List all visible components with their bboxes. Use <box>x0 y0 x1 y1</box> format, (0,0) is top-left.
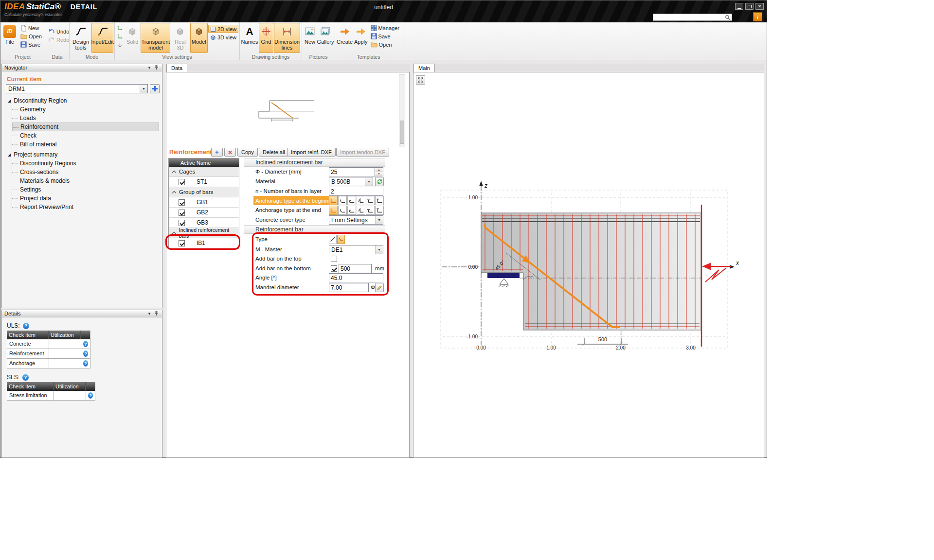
stress-limitation-help-icon[interactable] <box>88 392 93 399</box>
template-create-button[interactable]: Create <box>336 23 353 53</box>
diameter-spinner[interactable]: ▲▼ <box>375 167 383 176</box>
list-group-inclined-bars[interactable]: Inclined reinforcement bars <box>169 228 239 238</box>
anchorage-begin-type-2-button[interactable] <box>338 196 347 205</box>
tab-data[interactable]: Data <box>166 64 187 72</box>
search-icon[interactable] <box>725 15 731 20</box>
anchorage-end-type-2-button[interactable] <box>338 206 347 215</box>
add-bar-top-checkbox[interactable] <box>331 256 337 262</box>
template-save-button[interactable]: Save <box>369 32 401 40</box>
gallery-button[interactable]: Gallery <box>317 23 334 53</box>
preview-scrollbar-thumb[interactable] <box>400 121 404 144</box>
import-tendon-dxf-button[interactable]: Import tendon DXF <box>336 148 389 157</box>
copy-button[interactable]: Copy <box>237 148 258 157</box>
tree-item-cross-sections[interactable]: Cross-sections <box>12 168 159 176</box>
redo-button[interactable]: Redo <box>46 35 71 44</box>
fit-view-button[interactable] <box>416 75 425 85</box>
ib1-active-checkbox[interactable] <box>179 240 185 246</box>
anchorage-begin-type-5-button[interactable] <box>366 196 375 205</box>
view-3d-button[interactable]: 3D view <box>208 33 238 41</box>
anchorage-end-type-5-button[interactable] <box>366 206 375 215</box>
info-button[interactable]: i <box>753 12 762 21</box>
anchorage-begin-type-6-button[interactable] <box>375 196 384 205</box>
grid-button[interactable]: Grid <box>259 23 273 53</box>
maximize-button[interactable] <box>745 3 754 10</box>
picture-new-button[interactable]: New <box>303 23 317 53</box>
tree-expander-icon[interactable]: ◢ <box>8 153 11 157</box>
view-2d-button[interactable]: 2D view <box>208 25 238 33</box>
design-tools-button[interactable]: Design tools <box>71 23 91 53</box>
add-bar-bottom-length-input[interactable] <box>339 264 372 273</box>
concrete-cover-select[interactable]: From Settings ▼ <box>329 215 383 225</box>
delete-all-button[interactable]: Delete all <box>259 148 289 157</box>
diameter-input[interactable] <box>329 167 375 176</box>
sls-help-icon[interactable] <box>22 374 29 381</box>
concrete-help-icon[interactable] <box>83 341 88 347</box>
collapse-chevron-icon[interactable]: ▼ <box>146 66 153 70</box>
list-item-ib1[interactable]: IB1 <box>169 238 239 248</box>
angle-input[interactable] <box>329 273 383 282</box>
real-3d-button[interactable]: Real 3D <box>171 23 189 53</box>
anchorage-end-type-1-button[interactable] <box>329 206 338 215</box>
list-item-gb2[interactable]: GB2 <box>169 208 239 218</box>
model-button[interactable]: Model <box>190 23 208 53</box>
template-apply-button[interactable]: Apply <box>354 23 368 53</box>
save-button[interactable]: Save <box>18 40 44 49</box>
gb1-active-checkbox[interactable] <box>179 199 185 206</box>
collapse-chevron-icon[interactable]: ▼ <box>146 312 153 316</box>
st1-active-checkbox[interactable] <box>179 179 185 185</box>
list-group-group-of-bars[interactable]: Group of bars <box>169 187 239 197</box>
solid-button[interactable]: Solid <box>125 23 140 53</box>
new-button[interactable]: New <box>18 24 44 32</box>
add-bar-bottom-checkbox[interactable] <box>331 265 337 272</box>
add-item-button[interactable] <box>150 84 160 93</box>
bar-type-polyline-button[interactable] <box>337 235 345 244</box>
material-select[interactable]: B 500B ▼ <box>329 177 373 186</box>
gb2-active-checkbox[interactable] <box>179 210 185 216</box>
delete-reinforcement-button[interactable] <box>224 148 236 157</box>
tree-node-discontinuity-region[interactable]: ◢ Discontinuity Region <box>5 96 160 105</box>
structure-drawing[interactable]: z x 1.00 0.00 -1.00 0.00 1.00 2.00 3.00 <box>413 72 763 457</box>
bars-in-layer-input[interactable] <box>329 187 383 196</box>
tree-item-geometry[interactable]: Geometry <box>12 105 159 114</box>
tree-item-reinforcement[interactable]: Reinforcement <box>12 122 159 131</box>
uls-help-icon[interactable] <box>23 323 29 329</box>
tree-expander-icon[interactable]: ◢ <box>8 99 11 103</box>
tree-item-check[interactable]: Check <box>12 131 159 140</box>
undo-button[interactable]: Undo <box>46 27 71 35</box>
transparent-model-button[interactable]: Transparent model <box>141 23 170 53</box>
import-reinf-dxf-button[interactable]: Import reinf. DXF <box>287 148 336 157</box>
mandrel-edit-button[interactable] <box>375 283 384 292</box>
spin-down-icon[interactable]: ▼ <box>375 172 383 176</box>
anchorage-help-icon[interactable] <box>83 360 88 367</box>
minimize-button[interactable] <box>735 3 743 10</box>
file-button[interactable]: ID File <box>1 23 18 53</box>
master-select[interactable]: DE1 ▼ <box>329 245 383 254</box>
reinforcement-help-icon[interactable] <box>83 350 88 357</box>
current-item-select[interactable]: DRM1 ▼ <box>6 84 148 93</box>
add-reinforcement-button[interactable] <box>211 148 223 157</box>
anchorage-end-type-4-button[interactable] <box>357 206 365 215</box>
view-axes-xy-button[interactable] <box>116 24 124 32</box>
anchorage-begin-type-3-button[interactable] <box>347 196 356 205</box>
concrete-beam-outline[interactable] <box>481 213 701 330</box>
mandrel-diameter-input[interactable] <box>329 283 369 292</box>
input-edit-button[interactable]: Input/Edit <box>91 23 113 53</box>
tree-item-bill-of-material[interactable]: Bill of material <box>12 140 159 149</box>
view-axes-3d-button[interactable] <box>116 40 124 49</box>
anchorage-end-type-6-button[interactable] <box>375 206 384 215</box>
list-item-gb3[interactable]: GB3 <box>169 218 239 228</box>
tree-item-settings[interactable]: Settings <box>12 185 159 194</box>
anchorage-begin-type-1-button[interactable] <box>329 196 338 205</box>
tree-node-project-summary[interactable]: ◢ Project summary <box>5 150 160 159</box>
tab-main[interactable]: Main <box>413 64 435 72</box>
preview-scrollbar[interactable] <box>399 74 405 147</box>
view-axes-xz-button[interactable] <box>116 32 124 40</box>
pin-icon[interactable] <box>153 65 160 71</box>
spin-up-icon[interactable]: ▲ <box>375 168 383 172</box>
dimension-lines-button[interactable]: Dimension lines <box>274 23 300 53</box>
bar-type-straight-button[interactable] <box>329 235 337 244</box>
pin-icon[interactable] <box>153 311 160 317</box>
tree-item-loads[interactable]: Loads <box>12 114 159 122</box>
anchorage-end-type-3-button[interactable] <box>347 206 356 215</box>
template-open-button[interactable]: Open <box>369 40 401 49</box>
